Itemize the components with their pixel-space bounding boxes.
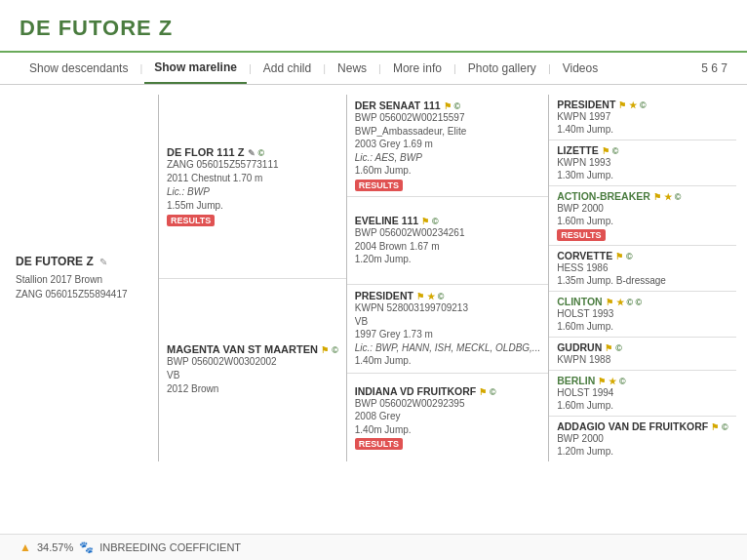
gen3-q7-star: ★ [609, 377, 616, 386]
gen2-tt-copy: © [454, 101, 461, 111]
gen3-q3-detail: BWP 2000 1.60m Jump. [557, 202, 727, 227]
gen3-q3-name[interactable]: ACTION-BREAKER ⚑ ★ © [557, 190, 727, 202]
nav-show-descendants[interactable]: Show descendants [20, 54, 138, 83]
gen3-q8-detail: BWP 2000 1.20m Jump. [557, 432, 727, 458]
gen3-q1-copy: © [640, 100, 647, 110]
gen2-bb-flag: ⚑ [479, 387, 487, 397]
gen3-q5: CLINTON ⚑ ★ © © HOLST 1993 1.60m Jump. [549, 292, 735, 338]
gen2-bt-flag: ⚑ [416, 292, 424, 301]
paw-icon: 🐾 [79, 540, 94, 554]
gen2-tt-results: RESULTS [355, 180, 403, 191]
nav-more-info[interactable]: More info [383, 54, 452, 83]
nav-videos[interactable]: Videos [553, 54, 608, 83]
gen1-bottom-detail: BWP 056002W00302002 VB 2012 Brown [167, 355, 338, 396]
gen2-bt-copy: © [438, 292, 445, 301]
navigation: Show descendants | Show mareline | Add c… [0, 53, 747, 85]
gen3-q2-copy: © [612, 146, 619, 156]
gen3-q1-detail: KWPN 1997 1.40m Jump. [557, 110, 727, 136]
gen1-bottom-copy-icon: © [332, 345, 338, 355]
gen3-q4-detail: HESS 1986 1.35m Jump. B-dressage [557, 261, 727, 287]
gen3-q2: LIZETTE ⚑ © KWPN 1993 1.30m Jump. [549, 140, 735, 186]
gen2-bb-copy: © [490, 387, 496, 397]
gen1-top-detail: ZANG 056015Z55773111 2011 Chestnut 1.70 … [167, 158, 338, 213]
gen3-q6: GUDRUN ⚑ © KWPN 1988 [549, 338, 735, 371]
root-node: DE FUTORE Z ✎ Stallion 2017 Brown ZANG 0… [8, 95, 159, 461]
gen2-bb-detail: BWP 056002W00292395 2008 Grey 1.40m Jump… [355, 397, 540, 437]
gen3-q5-name[interactable]: CLINTON ⚑ ★ © © [557, 296, 727, 307]
gen2-tb-name[interactable]: EVELINE 111 ⚑ © [355, 215, 540, 226]
gen3-q1: PRESIDENT ⚑ ★ © KWPN 1997 1.40m Jump. [549, 95, 735, 140]
inbreeding-icon: ▲ [20, 540, 31, 554]
gen2-bt-star: ★ [427, 292, 435, 301]
page-title: DE FUTORE Z [20, 16, 727, 41]
gen2-bottom-top: PRESIDENT ⚑ ★ © KWPN 528003199709213 VB … [347, 285, 548, 374]
page-header: DE FUTORE Z [0, 0, 747, 53]
root-detail: Stallion 2017 Brown ZANG 056015Z55894417 [16, 272, 150, 301]
gen3-q6-detail: KWPN 1988 [557, 353, 727, 366]
gen3-q8: ADDAGIO VAN DE FRUITKORF ⚑ © BWP 2000 1.… [549, 417, 735, 461]
gen2-tb-copy: © [432, 217, 439, 226]
nav-news[interactable]: News [328, 54, 376, 83]
gen3-q7: BERLIN ⚑ ★ © HOLST 1994 1.60m Jump. [549, 371, 735, 417]
gen1-top-copy-icon: © [258, 148, 265, 158]
nav-count: 5 6 7 [701, 54, 727, 83]
gen1-top-edit-icon[interactable]: ✎ [248, 148, 256, 158]
gen2-bt-name[interactable]: PRESIDENT ⚑ ★ © [355, 290, 540, 301]
nav-photo-gallery[interactable]: Photo gallery [458, 54, 546, 83]
gen3-q1-name[interactable]: PRESIDENT ⚑ ★ © [557, 99, 727, 110]
gen3-q5-star: ★ [616, 298, 624, 307]
footer: ▲ 34.57% 🐾 INBREEDING COEFFICIENT [0, 534, 747, 560]
inbreeding-percentage: 34.57% [37, 541, 73, 553]
gen3-q7-flag: ⚑ [598, 377, 606, 386]
gen2-tt-name[interactable]: DER SENAAT 111 ⚑ © [355, 100, 540, 111]
gen1-top: DE FLOR 111 Z ✎ © ZANG 056015Z55773111 2… [159, 95, 346, 279]
gen1-bottom: MAGENTA VAN ST MAARTEN ⚑ © BWP 056002W00… [159, 279, 346, 462]
inbreeding-label: INBREEDING COEFFICIENT [99, 541, 241, 553]
gen3-q8-copy: © [722, 422, 728, 432]
gen3-q6-name[interactable]: GUDRUN ⚑ © [557, 341, 727, 353]
gen2-tb-flag: ⚑ [421, 217, 429, 226]
gen2-top-bottom: EVELINE 111 ⚑ © BWP 056002W00234261 2004… [347, 197, 548, 286]
gen3-q7-detail: HOLST 1994 1.60m Jump. [557, 386, 727, 412]
gen3-q7-copy: © [619, 377, 626, 386]
gen3-q4: CORVETTE ⚑ © HESS 1986 1.35m Jump. B-dre… [549, 246, 735, 292]
root-edit-icon[interactable]: ✎ [99, 257, 107, 267]
gen3-q2-name[interactable]: LIZETTE ⚑ © [557, 144, 727, 156]
gen2-bb-name[interactable]: INDIANA VD FRUITKORF ⚑ © [355, 385, 540, 397]
gen3-q2-flag: ⚑ [602, 146, 609, 156]
nav-show-mareline[interactable]: Show mareline [144, 53, 247, 84]
gen2-bb-results: RESULTS [355, 438, 403, 450]
gen3-q2-detail: KWPN 1993 1.30m Jump. [557, 156, 727, 181]
nav-add-child[interactable]: Add child [254, 54, 321, 83]
gen1-bottom-name[interactable]: MAGENTA VAN ST MAARTEN ⚑ © [167, 343, 338, 355]
gen1-top-name[interactable]: DE FLOR 111 Z ✎ © [167, 146, 338, 158]
gen3-q5-flag: ⚑ [606, 298, 613, 307]
gen2-tt-flag: ⚑ [444, 101, 452, 111]
gen2-bottom-bottom: INDIANA VD FRUITKORF ⚑ © BWP 056002W0029… [347, 374, 548, 461]
gen3-q3: ACTION-BREAKER ⚑ ★ © BWP 2000 1.60m Jump… [549, 186, 735, 246]
gen3-q6-copy: © [615, 343, 622, 353]
gen3-q5-copy: © © [626, 298, 642, 307]
gen3-q8-flag: ⚑ [711, 422, 719, 432]
gen3-q4-copy: © [626, 252, 633, 261]
gen3-q4-name[interactable]: CORVETTE ⚑ © [557, 250, 727, 261]
gen3-q3-copy: © [675, 192, 682, 202]
gen2-tt-detail: BWP 056002W00215597 BWP_Ambassadeur, Eli… [355, 111, 540, 178]
gen3-q1-flag: ⚑ [618, 100, 626, 110]
gen3-q1-star: ★ [629, 100, 637, 110]
gen1-top-results-badge: RESULTS [167, 215, 215, 226]
gen2-bt-detail: KWPN 528003199709213 VB 1997 Grey 1.73 m… [355, 301, 540, 368]
root-name: DE FUTORE Z [16, 255, 94, 268]
gen3-q8-name[interactable]: ADDAGIO VAN DE FRUITKORF ⚑ © [557, 420, 727, 432]
gen3-q4-flag: ⚑ [615, 252, 623, 261]
gen3-q3-flag: ⚑ [653, 192, 661, 202]
gen3-q3-star: ★ [664, 192, 672, 202]
gen3-q6-flag: ⚑ [605, 343, 612, 353]
gen2-tb-detail: BWP 056002W00234261 2004 Brown 1.67 m 1.… [355, 226, 540, 266]
gen3-q3-results: RESULTS [557, 229, 605, 241]
gen3-q5-detail: HOLST 1993 1.60m Jump. [557, 307, 727, 333]
gen3-q7-name[interactable]: BERLIN ⚑ ★ © [557, 375, 727, 386]
gen2-top-top: DER SENAAT 111 ⚑ © BWP 056002W00215597 B… [347, 95, 548, 197]
gen1-bottom-flag-icon: ⚑ [321, 345, 329, 355]
